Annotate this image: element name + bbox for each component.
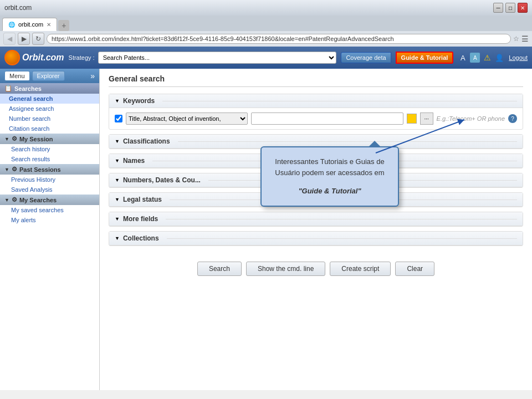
new-tab-button[interactable]: + <box>58 20 69 31</box>
bookmark-icon: ☆ <box>513 35 519 43</box>
sidebar: Menu Explorer » 📋 Searches General searc… <box>0 69 100 390</box>
header-icons: A A ⚠ 👤 <box>458 53 504 63</box>
sidebar-section-my-searches: ▼ ⚙ My Searches My saved searches My ale… <box>0 195 99 225</box>
my-searches-collapse-icon: ▼ <box>4 197 9 203</box>
refresh-button[interactable]: ↻ <box>32 33 44 45</box>
sidebar-my-searches-label: My Searches <box>19 197 57 203</box>
logout-button[interactable]: Logout <box>509 54 528 61</box>
sidebar-item-search-history[interactable]: Search history <box>0 144 99 154</box>
more-fields-section: ▼ More fields <box>109 212 523 227</box>
numbers-dates-section-title: Numbers, Dates & Cou... <box>123 176 201 184</box>
sidebar-item-saved-analysis[interactable]: Saved Analysis <box>0 185 99 195</box>
tooltip-popup: Interessantes Tutoriais e Guias de Usuár… <box>260 146 399 207</box>
action-buttons: Search Show the cmd. line Create script … <box>109 255 523 283</box>
sidebar-item-search-results[interactable]: Search results <box>0 154 99 164</box>
tooltip-arrow <box>370 114 481 158</box>
sidebar-item-number-search[interactable]: Number search <box>0 114 99 124</box>
legal-status-collapse-icon: ▼ <box>115 197 120 202</box>
browser-tab[interactable]: 🌐 orbit.com ✕ <box>2 18 57 31</box>
strategy-select[interactable]: Search Patents... <box>98 52 337 64</box>
translate-icon: A <box>470 53 480 63</box>
orbit-sphere-icon <box>4 50 20 65</box>
collections-collapse-icon: ▼ <box>115 236 120 241</box>
past-sessions-icon: ⚙ <box>12 166 17 173</box>
create-script-button[interactable]: Create script <box>330 262 391 276</box>
classifications-collapse-icon: ▼ <box>115 139 120 144</box>
sidebar-tab-group: Menu Explorer <box>4 71 65 81</box>
tab-favicon: 🌐 <box>8 22 15 28</box>
address-bar[interactable]: https://www1.orbit.com/index.html?ticket… <box>47 34 511 44</box>
keywords-collapse-icon: ▼ <box>115 98 120 104</box>
sidebar-tab-explorer[interactable]: Explorer <box>32 71 65 81</box>
classifications-section-title: Classifications <box>123 137 170 145</box>
sidebar-header: Menu Explorer » <box>0 69 99 83</box>
window-controls[interactable]: ─ □ ✕ <box>493 3 528 13</box>
user-icon: 👤 <box>494 53 504 63</box>
menu-icon[interactable]: ☰ <box>521 34 529 43</box>
collections-section-title: Collections <box>123 234 159 242</box>
sidebar-past-sessions-label: Past Sessions <box>19 166 61 173</box>
sidebar-item-my-alerts[interactable]: My alerts <box>0 215 99 225</box>
sidebar-item-assignee-search[interactable]: Assignee search <box>0 104 99 114</box>
numbers-dates-collapse-icon: ▼ <box>115 177 120 183</box>
more-fields-collapse-icon: ▼ <box>115 216 120 222</box>
help-icon[interactable]: ? <box>508 114 517 123</box>
sidebar-tab-menu[interactable]: Menu <box>4 71 30 81</box>
warning-icon: ⚠ <box>482 53 492 63</box>
tooltip-text2: "Guide & Tutorial" <box>273 186 387 197</box>
more-fields-section-title: More fields <box>123 215 158 223</box>
sidebar-item-my-saved-searches[interactable]: My saved searches <box>0 205 99 215</box>
search-button[interactable]: Search <box>197 262 242 276</box>
sidebar-section-my-session: ▼ ⚙ My Session Search history Search res… <box>0 134 99 164</box>
searches-icon: 📋 <box>4 85 12 92</box>
show-cmd-button[interactable]: Show the cmd. line <box>246 262 325 276</box>
sidebar-my-session-label: My Session <box>19 136 53 142</box>
past-sessions-collapse-icon: ▼ <box>4 167 9 172</box>
coverage-button[interactable]: Coverage deta <box>341 52 391 63</box>
svg-line-0 <box>376 120 464 153</box>
my-session-collapse-icon: ▼ <box>4 136 9 142</box>
collections-section-header[interactable]: ▼ Collections <box>109 232 523 245</box>
orbit-logo: Orbit.com <box>4 50 64 65</box>
tab-title: orbit.com <box>18 21 43 28</box>
sidebar-section-searches: 📋 Searches General search Assignee searc… <box>0 83 99 134</box>
keywords-checkbox[interactable] <box>115 115 122 122</box>
my-searches-icon: ⚙ <box>12 196 17 203</box>
sidebar-section-my-searches-header[interactable]: ▼ ⚙ My Searches <box>0 195 99 205</box>
field-type-select[interactable]: Title, Abstract, Object of invention, <box>126 112 248 125</box>
names-collapse-icon: ▼ <box>115 158 120 163</box>
sidebar-section-past-sessions: ▼ ⚙ Past Sessions Previous History Saved… <box>0 164 99 195</box>
sidebar-item-general-search[interactable]: General search <box>0 94 99 104</box>
tab-close-button[interactable]: ✕ <box>47 22 51 28</box>
collections-section: ▼ Collections <box>109 231 523 246</box>
sidebar-item-citation-search[interactable]: Citation search <box>0 124 99 134</box>
back-button[interactable]: ◀ <box>3 33 16 45</box>
browser-title: orbit.com <box>4 4 32 12</box>
sidebar-collapse-button[interactable]: » <box>90 71 95 80</box>
clear-button[interactable]: Clear <box>395 262 434 276</box>
font-icon: A <box>458 53 468 63</box>
more-fields-section-header[interactable]: ▼ More fields <box>109 212 523 226</box>
strategy-label: Strategy : <box>69 54 95 61</box>
my-session-icon: ⚙ <box>12 135 17 142</box>
sidebar-section-my-session-header[interactable]: ▼ ⚙ My Session <box>0 134 99 144</box>
sidebar-section-past-sessions-header[interactable]: ▼ ⚙ Past Sessions <box>0 164 99 175</box>
names-section-title: Names <box>123 157 145 165</box>
orbit-logo-text: Orbit.com <box>22 53 64 63</box>
legal-status-section-title: Legal status <box>123 196 162 203</box>
sidebar-item-previous-history[interactable]: Previous History <box>0 175 99 185</box>
content-area: General search ▼ Keywords Title, Abstrac… <box>100 69 532 390</box>
strategy-area: Strategy : Search Patents... <box>69 52 337 64</box>
guide-tutorial-button[interactable]: Guide & Tutorial <box>396 52 454 64</box>
sidebar-section-searches-header[interactable]: 📋 Searches <box>0 83 99 94</box>
tooltip-text1: Interessantes Tutoriais e Guias de Usuár… <box>273 156 387 178</box>
forward-button[interactable]: ▶ <box>18 33 30 45</box>
keywords-section-title: Keywords <box>123 97 155 105</box>
page-title: General search <box>109 74 523 87</box>
keywords-section-header[interactable]: ▼ Keywords <box>109 94 523 108</box>
sidebar-searches-label: Searches <box>14 85 42 92</box>
